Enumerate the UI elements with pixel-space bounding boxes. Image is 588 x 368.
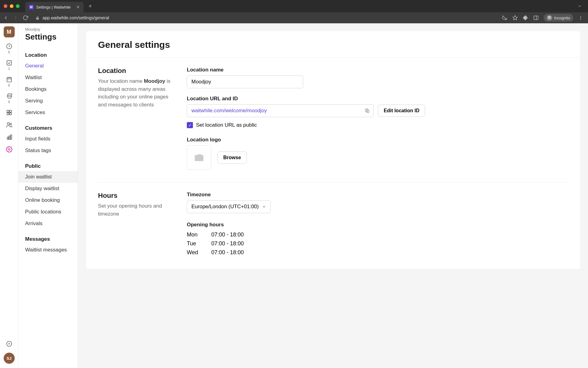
nav-right: Incognito [502, 14, 583, 22]
svg-rect-25 [9, 136, 10, 139]
card-title: General settings [98, 40, 568, 57]
sidebar-heading-customers: Customers [18, 122, 78, 133]
eye-off-icon[interactable] [502, 15, 507, 21]
star-icon[interactable] [512, 15, 518, 21]
back-button[interactable] [3, 15, 9, 21]
sidepanel-icon[interactable] [533, 15, 539, 21]
sidebar-item-status-tags[interactable]: Status tags [18, 145, 78, 156]
public-url-label: Set location URL as public [196, 122, 257, 128]
new-tab-button[interactable]: + [89, 3, 92, 10]
rail-item-customers[interactable] [3, 121, 15, 128]
minimize-window-icon[interactable] [10, 4, 13, 8]
edit-location-id-button[interactable]: Edit location ID [378, 105, 425, 117]
rail-item-messages[interactable]: 0 [3, 93, 15, 104]
avatar[interactable]: SJ [4, 353, 15, 364]
sidebar-item-display-waitlist[interactable]: Display waitlist [18, 183, 78, 194]
url-bar[interactable]: app.waitwhile.com/settings/general [32, 15, 498, 20]
sidebar-item-arrivals[interactable]: Arrivals [18, 218, 78, 229]
chevron-down-icon [262, 205, 266, 209]
incognito-label: Incognito [554, 16, 570, 20]
svg-rect-18 [7, 110, 9, 112]
public-url-checkbox-row[interactable]: ✓ Set location URL as public [187, 122, 568, 128]
tab-bar: W Settings | Waitwhile ✕ + [0, 0, 588, 12]
main-content: General settings Location Your location … [78, 23, 588, 368]
sidebar-item-general[interactable]: General [18, 60, 78, 72]
breadcrumb[interactable]: Moodjoy [18, 23, 78, 32]
label-location-url: Location URL and ID [187, 96, 568, 102]
sidebar-item-services[interactable]: Services [18, 107, 78, 118]
label-timezone: Timezone [187, 192, 568, 198]
opening-hours-table: Mon 07:00 - 18:00 Tue 07:00 - 18:00 Wed … [187, 230, 568, 257]
sidebar-item-online-booking[interactable]: Online booking [18, 194, 78, 206]
rail-badge: 5 [8, 50, 10, 54]
sidebar-item-waitlist-messages[interactable]: Waitlist messages [18, 244, 78, 256]
section-desc-hours: Set your opening hours and timezone [98, 202, 175, 218]
rail-item-apps[interactable] [3, 109, 15, 116]
sidebar-item-bookings[interactable]: Bookings [18, 83, 78, 95]
svg-point-22 [7, 123, 9, 125]
rail-item-analytics[interactable] [3, 134, 15, 140]
svg-point-17 [10, 96, 11, 96]
svg-point-8 [580, 19, 581, 20]
check-square-icon [6, 59, 13, 66]
window-controls [4, 4, 20, 8]
svg-rect-19 [9, 110, 11, 112]
forward-button[interactable] [13, 15, 18, 21]
tabs-overflow-icon[interactable] [578, 4, 582, 8]
rail-item-serving[interactable]: 1 [3, 59, 15, 71]
org-logo[interactable]: M [4, 26, 15, 37]
location-url-input[interactable] [187, 104, 374, 117]
users-icon [6, 121, 13, 128]
svg-rect-20 [7, 113, 9, 115]
copy-icon[interactable] [364, 108, 370, 113]
rail-item-bookings[interactable]: 0 [3, 76, 15, 87]
svg-point-27 [8, 148, 10, 150]
rail-item-settings[interactable] [3, 146, 15, 153]
section-heading-location: Location [98, 67, 175, 75]
svg-rect-21 [9, 113, 11, 115]
grid-icon [6, 109, 13, 116]
left-rail: M 5 1 0 0 [0, 23, 18, 368]
hours-row: Wed 07:00 - 18:00 [187, 248, 568, 257]
sidebar-heading-location: Location [18, 49, 78, 60]
browse-button[interactable]: Browse [217, 151, 247, 164]
rail-item-waitlist[interactable]: 5 [3, 43, 15, 54]
checkbox-checked-icon[interactable]: ✓ [187, 122, 193, 128]
hours-row: Tue 07:00 - 18:00 [187, 239, 568, 248]
sidebar-item-waitlist[interactable]: Waitlist [18, 72, 78, 83]
browser-chrome: W Settings | Waitwhile ✕ + app.waitwhile… [0, 0, 588, 23]
label-opening-hours: Opening hours [187, 222, 568, 228]
maximize-window-icon[interactable] [16, 4, 20, 8]
browser-tab[interactable]: W Settings | Waitwhile ✕ [25, 2, 84, 12]
svg-point-16 [9, 96, 10, 96]
close-tab-icon[interactable]: ✕ [76, 5, 80, 10]
svg-point-4 [548, 17, 549, 19]
hours-day: Wed [187, 249, 202, 256]
rail-badge: 0 [8, 83, 10, 87]
timezone-select[interactable]: Europe/London (UTC+01:00) [187, 200, 271, 213]
sidebar-item-public-locations[interactable]: Public locations [18, 206, 78, 218]
rail-badge: 0 [8, 100, 10, 104]
sidebar-item-serving[interactable]: Serving [18, 95, 78, 107]
svg-point-23 [9, 123, 11, 125]
svg-point-5 [550, 17, 551, 19]
svg-marker-29 [8, 342, 10, 345]
close-window-icon[interactable] [4, 4, 7, 8]
reload-button[interactable] [23, 15, 28, 21]
sidebar-item-input-fields[interactable]: Input fields [18, 133, 78, 145]
nav-bar: app.waitwhile.com/settings/general Incog… [0, 12, 588, 23]
location-name-input[interactable] [187, 75, 303, 88]
logo-placeholder[interactable] [187, 145, 211, 170]
menu-icon[interactable] [578, 15, 583, 20]
extensions-icon[interactable] [523, 15, 528, 21]
hours-day: Tue [187, 240, 202, 247]
url-text: app.waitwhile.com/settings/general [43, 15, 109, 20]
sidebar-item-join-waitlist[interactable]: Join waitlist [18, 171, 78, 183]
tab-title: Settings | Waitwhile [36, 5, 71, 10]
incognito-badge[interactable]: Incognito [544, 14, 573, 22]
svg-rect-11 [7, 78, 11, 82]
rail-item-help[interactable] [3, 340, 15, 347]
lock-icon [36, 16, 40, 20]
page-title: Settings [18, 32, 78, 46]
incognito-icon [547, 15, 552, 21]
